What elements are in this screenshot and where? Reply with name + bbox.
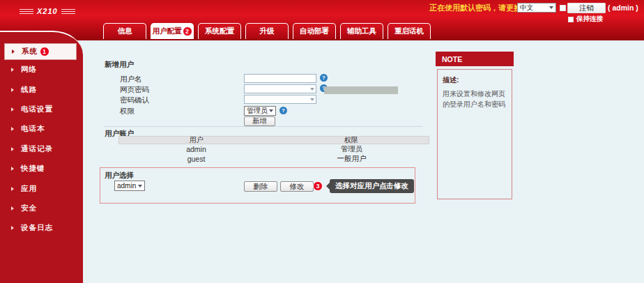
tooltip-text: 选择对应用户点击修改 [335, 181, 408, 191]
sidebar-item-label: 安全 [21, 204, 37, 213]
note-desc-text: 用来设置和修改网页的登录用户名和密码 [443, 89, 507, 109]
logo-lines-left-icon [20, 9, 33, 14]
chevron-down-icon [310, 98, 314, 101]
chevron-down-icon [310, 88, 314, 91]
sidebar-item-label: 系统 [22, 47, 38, 56]
sidebar-item-phone-settings[interactable]: 电话设置 [0, 100, 83, 119]
sidebar-item-call-logs[interactable]: 通话记录 [0, 139, 83, 159]
cell-user: admin [118, 145, 274, 153]
chevron-down-icon [549, 6, 553, 9]
user-select[interactable]: admin [114, 181, 145, 191]
default-password-warning: 正在使用默认密码，请更换 [429, 3, 521, 13]
chevron-right-icon [11, 187, 14, 191]
tab-info[interactable]: 信息 [103, 23, 146, 39]
tooltip-arrow-icon [326, 183, 330, 190]
tab-label: 辅助工具 [347, 26, 376, 36]
language-select-value: 中文 [520, 3, 533, 13]
confirm-password-input[interactable] [244, 95, 316, 104]
logged-in-user-label: ( admin ) [608, 3, 638, 12]
keep-connected-label: 保持连接 [576, 15, 603, 24]
chevron-right-icon [11, 88, 14, 92]
step-badge-1: 1 [40, 47, 49, 56]
tab-label: 升级 [260, 26, 275, 36]
sidebar-item-application[interactable]: 应用 [0, 178, 83, 198]
chevron-right-icon [11, 107, 14, 112]
sidebar-item-line[interactable]: 线路 [0, 79, 83, 99]
note-desc-label: 描述: [443, 75, 507, 85]
tab-system-config[interactable]: 系统配置 [198, 23, 241, 39]
cell-privilege: 一般用户 [274, 154, 429, 164]
modify-button[interactable]: 修改 [280, 181, 314, 192]
sidebar-item-label: 网络 [21, 65, 37, 75]
chevron-right-icon [11, 226, 14, 230]
tab-user-config[interactable]: 用户配置 2 [151, 23, 194, 39]
language-select[interactable]: 中文 [517, 3, 556, 13]
keep-connected-checkbox[interactable] [568, 17, 574, 22]
cell-privilege: 管理员 [274, 144, 429, 154]
chevron-right-icon [11, 167, 14, 171]
table-row: guest 一般用户 [118, 154, 429, 164]
sidebar-item-label: 设备日志 [21, 223, 53, 233]
sidebar-item-device-log[interactable]: 设备日志 [0, 218, 83, 238]
question-icon[interactable]: ? [279, 107, 287, 114]
chevron-down-icon [269, 109, 273, 112]
chevron-right-icon [11, 127, 14, 131]
chevron-right-icon [11, 206, 14, 211]
sidebar-item-network[interactable]: 网络 [0, 60, 83, 79]
tab-reboot[interactable]: 重启话机 [388, 23, 431, 39]
note-panel: 描述: 用来设置和修改网页的登录用户名和密码 [437, 69, 512, 199]
sidebar-item-phonebook[interactable]: 电话本 [0, 119, 83, 139]
tab-label: 重启话机 [394, 26, 424, 36]
sidebar-item-security[interactable]: 安全 [0, 199, 83, 218]
web-password-label: 网页密码 [120, 85, 149, 95]
user-select-value: admin [117, 182, 136, 190]
accounts-table: 用户 权限 admin 管理员 guest 一般用户 [118, 136, 429, 164]
sidebar-item-label: 快捷键 [21, 164, 45, 174]
user-select-section-title: 用户选择 [105, 171, 134, 181]
step-badge-3: 3 [313, 181, 323, 191]
cell-user: guest [118, 155, 274, 163]
tab-auto-provision[interactable]: 自动部署 [293, 23, 336, 39]
web-password-input[interactable] [244, 84, 316, 93]
username-label: 用户名 [120, 75, 142, 84]
table-row: admin 管理员 [118, 144, 429, 154]
sidebar-item-function-keys[interactable]: 快捷键 [0, 159, 83, 178]
logo-lines-right-icon [61, 9, 75, 14]
sidebar-item-label: 电话设置 [21, 105, 53, 114]
tab-tools[interactable]: 辅助工具 [340, 23, 383, 39]
chevron-right-icon [11, 147, 14, 151]
tab-upgrade[interactable]: 升级 [245, 23, 289, 39]
delete-button[interactable]: 删除 [244, 181, 277, 192]
accounts-table-header: 用户 权限 [118, 136, 429, 144]
sidebar: 系统 1 网络 线路 电话设置 电话本 通话记录 快捷键 应用 [0, 31, 83, 283]
tab-label: 自动部署 [300, 26, 329, 36]
language-checkbox[interactable] [560, 5, 566, 11]
add-user-button[interactable]: 新增 [244, 116, 275, 126]
step-badge-2: 2 [183, 26, 192, 36]
column-header-user: 用户 [119, 135, 274, 145]
sidebar-item-label: 电话本 [21, 124, 45, 134]
chevron-right-icon [12, 49, 15, 54]
username-input[interactable] [244, 74, 316, 83]
sidebar-item-label: 通话记录 [21, 144, 53, 154]
tab-label: 信息 [118, 26, 132, 36]
password-strength-bar [324, 86, 398, 94]
chevron-right-icon [11, 68, 14, 72]
tab-label: 系统配置 [205, 26, 234, 36]
confirm-password-label: 密码确认 [120, 95, 149, 105]
privilege-select[interactable]: 管理员 [244, 106, 276, 116]
privilege-label: 权限 [120, 107, 135, 116]
sidebar-item-system[interactable]: 系统 1 [4, 43, 77, 60]
tab-label: 用户配置 [153, 26, 182, 36]
column-header-privilege: 权限 [274, 135, 429, 145]
logout-button[interactable]: 注销 [567, 3, 606, 13]
top-bar: X210 正在使用默认密码，请更换 中文 注销 ( admin ) 保持连接 信… [0, 0, 644, 40]
chevron-down-icon [138, 185, 142, 188]
device-model-label: X210 [37, 7, 58, 15]
add-user-section-title: 新增用户 [105, 60, 134, 70]
section-divider [105, 126, 422, 127]
privilege-select-value: 管理员 [247, 106, 268, 116]
note-panel-title: NOTE [436, 52, 514, 66]
device-logo: X210 [20, 7, 75, 15]
question-icon[interactable]: ? [320, 74, 328, 82]
